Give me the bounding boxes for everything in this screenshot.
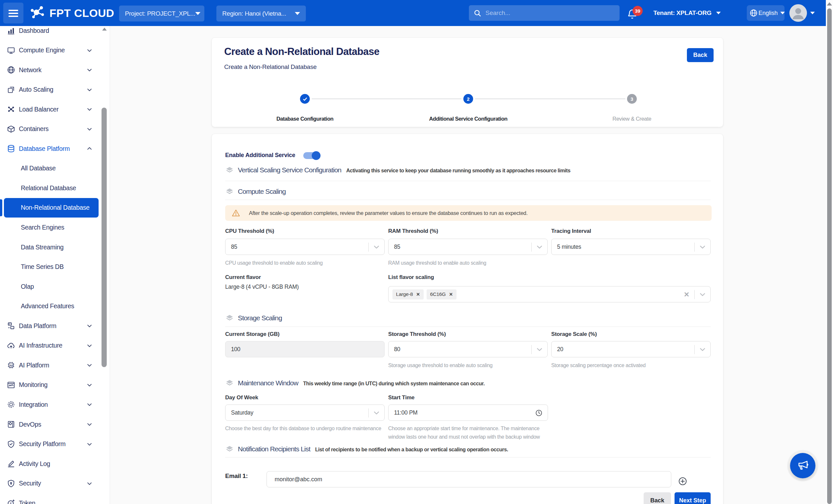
page-scrollbar[interactable] [826, 0, 833, 504]
chevron-down-icon [86, 66, 93, 74]
page-title: Create a Non-Relational Database [224, 46, 379, 57]
sidebar-item-label: Monitoring [19, 381, 48, 388]
remove-chip-icon[interactable]: ✕ [416, 292, 420, 297]
section-description: This weekly time range (in UTC) during w… [303, 380, 484, 387]
list-flavor-scaling-multiselect[interactable]: Large-8 ✕ 6C16G ✕ ✕ [388, 286, 711, 302]
caret-down-icon [716, 12, 721, 14]
day-of-week-value: Saturday [231, 409, 253, 416]
divider [225, 200, 711, 200]
tenant-selector[interactable]: Tenant: XPLAT-ORG [653, 0, 721, 26]
start-time-help-line2: window lasts one hour and must not overl… [388, 433, 540, 441]
project-selector[interactable]: Project: PROJECT_XPL... [119, 5, 204, 22]
chevron-down-icon [86, 86, 93, 93]
language-label: English [759, 10, 778, 17]
sidebar-item-network[interactable]: Network [0, 60, 101, 80]
back-button[interactable]: Back [687, 48, 714, 62]
scroll-up-arrow-icon[interactable] [827, 2, 832, 5]
sidebar-item-label: Activity Log [19, 460, 50, 468]
sidebar-item-token[interactable]: TToken [0, 493, 101, 504]
enable-additional-service-toggle[interactable] [303, 151, 320, 160]
sidebar-item-integration[interactable]: Integration [0, 395, 101, 414]
sidebar-item-security[interactable]: Security [0, 474, 101, 493]
sidebar-item-containers[interactable]: Containers [0, 119, 101, 139]
footer-back-button[interactable]: Back [644, 492, 671, 504]
language-selector[interactable]: English [747, 5, 785, 21]
sidebar-item-relational-database[interactable]: Relational Database [0, 178, 101, 198]
step-3-label: Review & Create [612, 116, 651, 122]
list-flavor-scaling-label: List flavor scaling [388, 274, 434, 281]
ram-threshold-select[interactable]: 85 [388, 239, 548, 255]
storage-scaling-section-header: Storage Scaling [225, 312, 282, 324]
sidebar-item-label: AI Infrastructure [19, 342, 63, 349]
storage-scale-value: 20 [557, 346, 563, 353]
security-icon [7, 479, 15, 488]
sidebar-item-data-platform[interactable]: Data Platform [0, 316, 101, 335]
add-email-button[interactable] [678, 477, 687, 486]
brand-logo[interactable]: FPT CLOUD [29, 0, 114, 26]
layers-icon [225, 379, 234, 387]
sidebar-scroll-up-icon[interactable] [102, 28, 107, 30]
next-step-button[interactable]: Next Step [674, 492, 711, 504]
layers-icon [225, 445, 234, 454]
chevron-down-icon [86, 106, 93, 113]
region-selector[interactable]: Region: Hanoi (Vietna... [216, 5, 306, 22]
remove-chip-icon[interactable]: ✕ [449, 292, 453, 297]
devops-icon [7, 420, 15, 429]
sidebar-item-security-platform[interactable]: Security Platform [0, 434, 101, 454]
day-of-week-label: Day Of Week [225, 395, 258, 401]
wizard-header-card: Create a Non-Relational Database Create … [212, 37, 723, 127]
sidebar-item-olap[interactable]: Olap [0, 277, 101, 296]
storage-scale-select[interactable]: 20 [551, 341, 711, 357]
sidebar-item-ai-infrastructure[interactable]: AI Infrastructure [0, 336, 101, 355]
sidebar-item-auto-scaling[interactable]: Auto Scaling [0, 80, 101, 100]
data-platform-icon [7, 322, 15, 330]
sidebar-item-search-engines[interactable]: Search Engines [0, 218, 101, 237]
select-divider [368, 243, 369, 252]
chevron-down-icon [86, 126, 93, 133]
sidebar-scrollbar-thumb[interactable] [101, 108, 107, 367]
sidebar-item-label: Advanced Features [21, 302, 74, 310]
sidebar-item-non-relational-database[interactable]: Non-Relational Database [4, 198, 99, 218]
clear-selection-icon[interactable]: ✕ [683, 291, 690, 298]
search-input[interactable] [485, 9, 603, 17]
chevron-down-icon [86, 361, 93, 369]
sidebar-item-load-balancer[interactable]: Load Balancer [0, 100, 101, 119]
day-of-week-select[interactable]: Saturday [225, 404, 385, 421]
user-menu[interactable] [789, 0, 815, 26]
flavor-chip: 6C16G ✕ [427, 289, 456, 300]
tenant-label: Tenant: XPLAT-ORG [653, 9, 712, 17]
sidebar-item-data-streaming[interactable]: Data Streaming [0, 237, 101, 257]
sidebar-item-compute-engine[interactable]: Compute Engine [0, 41, 101, 60]
sidebar-item-ai-platform[interactable]: AIAI Platform [0, 355, 101, 375]
sidebar-item-label: Olap [21, 283, 34, 291]
sidebar-item-time-series-db[interactable]: Time Series DB [0, 257, 101, 277]
cpu-threshold-help: CPU usage threshold to enable auto scali… [225, 259, 323, 267]
sidebar-item-database-platform[interactable]: Database Platform [0, 139, 101, 158]
additional-service-card: Enable Additional Service Vertical Scali… [212, 134, 723, 504]
sidebar-item-label: Security Platform [19, 440, 65, 448]
section-title: Compute Scaling [238, 187, 286, 196]
storage-threshold-select[interactable]: 80 [388, 341, 548, 357]
announcements-fab[interactable] [790, 453, 815, 478]
sidebar-item-label: Data Streaming [21, 244, 64, 251]
storage-scale-label: Storage Scale (%) [551, 331, 597, 337]
cpu-threshold-select[interactable]: 85 [225, 239, 385, 255]
sidebar-item-dashboard[interactable]: Dashboard [0, 26, 101, 40]
sidebar-item-advanced-features[interactable]: Advanced Features [0, 297, 101, 316]
scale-up-warning-banner: After the scale-up operation completes, … [225, 205, 712, 221]
sidebar-item-devops[interactable]: DevOps [0, 414, 101, 434]
page-scrollbar-thumb[interactable] [827, 8, 832, 504]
tracing-interval-select[interactable]: 5 minutes [551, 239, 711, 255]
select-divider [368, 408, 369, 418]
sidebar-item-all-database[interactable]: All Database [0, 159, 101, 178]
start-time-input[interactable]: 11:00 PM [388, 404, 548, 421]
sidebar-item-label: Auto Scaling [19, 86, 53, 93]
chevron-up-icon [86, 145, 93, 152]
email-1-input[interactable] [266, 471, 671, 487]
sidebar-item-label: Data Platform [19, 322, 56, 330]
sidebar-item-activity-log[interactable]: Activity Log [0, 454, 101, 474]
sidebar-item-monitoring[interactable]: Monitoring [0, 375, 101, 395]
tracing-interval-value: 5 minutes [557, 244, 581, 250]
hamburger-menu-icon[interactable] [3, 3, 23, 23]
caret-down-icon [295, 12, 300, 15]
